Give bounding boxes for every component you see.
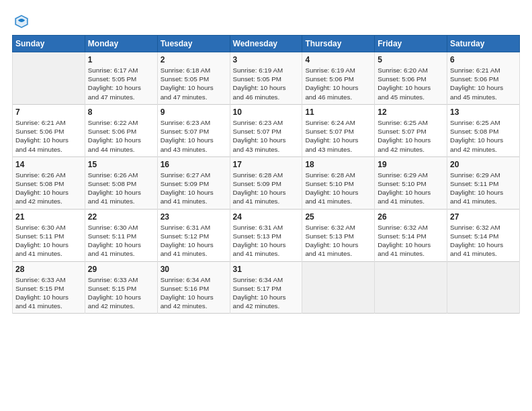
day-info: Sunrise: 6:19 AM Sunset: 5:05 PM Dayligh…: [233, 66, 300, 101]
week-row-5: 28Sunrise: 6:33 AM Sunset: 5:15 PM Dayli…: [13, 261, 520, 314]
day-cell: 28Sunrise: 6:33 AM Sunset: 5:15 PM Dayli…: [13, 261, 85, 314]
day-info: Sunrise: 6:30 AM Sunset: 5:11 PM Dayligh…: [88, 223, 154, 259]
day-number: 26: [378, 212, 444, 222]
day-cell: 18Sunrise: 6:28 AM Sunset: 5:10 PM Dayli…: [302, 156, 375, 209]
day-cell: [375, 261, 447, 314]
day-info: Sunrise: 6:34 AM Sunset: 5:17 PM Dayligh…: [233, 275, 300, 311]
day-info: Sunrise: 6:26 AM Sunset: 5:08 PM Dayligh…: [15, 171, 82, 206]
day-info: Sunrise: 6:25 AM Sunset: 5:08 PM Dayligh…: [450, 118, 517, 154]
day-number: 29: [88, 265, 154, 274]
day-info: Sunrise: 6:32 AM Sunset: 5:13 PM Dayligh…: [305, 223, 371, 259]
day-cell: 3Sunrise: 6:19 AM Sunset: 5:05 PM Daylig…: [230, 52, 302, 105]
week-row-4: 21Sunrise: 6:30 AM Sunset: 5:11 PM Dayli…: [13, 209, 520, 261]
day-info: Sunrise: 6:22 AM Sunset: 5:06 PM Dayligh…: [88, 118, 154, 154]
day-info: Sunrise: 6:34 AM Sunset: 5:16 PM Dayligh…: [161, 275, 227, 311]
day-cell: 12Sunrise: 6:25 AM Sunset: 5:07 PM Dayli…: [375, 104, 447, 156]
day-info: Sunrise: 6:17 AM Sunset: 5:05 PM Dayligh…: [88, 66, 154, 101]
day-info: Sunrise: 6:31 AM Sunset: 5:13 PM Dayligh…: [233, 223, 300, 259]
day-number: 21: [15, 212, 82, 222]
day-number: 7: [15, 107, 82, 117]
day-number: 31: [233, 265, 300, 274]
day-info: Sunrise: 6:18 AM Sunset: 5:05 PM Dayligh…: [161, 66, 227, 101]
day-cell: 20Sunrise: 6:29 AM Sunset: 5:11 PM Dayli…: [447, 156, 520, 209]
day-info: Sunrise: 6:29 AM Sunset: 5:10 PM Dayligh…: [378, 171, 444, 206]
day-cell: 10Sunrise: 6:23 AM Sunset: 5:07 PM Dayli…: [230, 104, 302, 156]
day-number: 27: [450, 212, 517, 222]
day-cell: 21Sunrise: 6:30 AM Sunset: 5:11 PM Dayli…: [13, 209, 85, 261]
header-cell-wednesday: Wednesday: [230, 36, 302, 52]
day-number: 11: [305, 107, 371, 117]
day-info: Sunrise: 6:20 AM Sunset: 5:06 PM Dayligh…: [378, 66, 444, 101]
day-number: 2: [161, 55, 227, 64]
logo: [12, 12, 34, 31]
day-number: 3: [233, 55, 300, 64]
day-info: Sunrise: 6:21 AM Sunset: 5:06 PM Dayligh…: [450, 66, 517, 101]
day-cell: 13Sunrise: 6:25 AM Sunset: 5:08 PM Dayli…: [447, 104, 520, 156]
header-cell-thursday: Thursday: [302, 36, 375, 52]
day-cell: 14Sunrise: 6:26 AM Sunset: 5:08 PM Dayli…: [13, 156, 85, 209]
header-cell-friday: Friday: [375, 36, 447, 52]
day-number: 25: [305, 212, 371, 222]
day-number: 17: [233, 160, 300, 169]
day-cell: 9Sunrise: 6:23 AM Sunset: 5:07 PM Daylig…: [157, 104, 230, 156]
day-number: 24: [233, 212, 300, 222]
day-cell: [447, 261, 520, 314]
day-cell: 5Sunrise: 6:20 AM Sunset: 5:06 PM Daylig…: [375, 52, 447, 105]
day-cell: 22Sunrise: 6:30 AM Sunset: 5:11 PM Dayli…: [85, 209, 157, 261]
header-cell-sunday: Sunday: [13, 36, 85, 52]
day-number: 12: [378, 107, 444, 117]
day-info: Sunrise: 6:31 AM Sunset: 5:12 PM Dayligh…: [161, 223, 227, 259]
day-info: Sunrise: 6:23 AM Sunset: 5:07 PM Dayligh…: [233, 118, 300, 154]
day-number: 22: [88, 212, 154, 222]
day-cell: 15Sunrise: 6:26 AM Sunset: 5:08 PM Dayli…: [85, 156, 157, 209]
header: [12, 12, 520, 31]
day-info: Sunrise: 6:23 AM Sunset: 5:07 PM Dayligh…: [161, 118, 227, 154]
day-number: 9: [161, 107, 227, 117]
header-cell-tuesday: Tuesday: [157, 36, 230, 52]
day-info: Sunrise: 6:21 AM Sunset: 5:06 PM Dayligh…: [15, 118, 82, 154]
day-number: 30: [161, 265, 227, 274]
calendar-page: SundayMondayTuesdayWednesdayThursdayFrid…: [0, 0, 532, 411]
day-number: 19: [378, 160, 444, 169]
day-number: 16: [161, 160, 227, 169]
day-cell: 23Sunrise: 6:31 AM Sunset: 5:12 PM Dayli…: [157, 209, 230, 261]
day-info: Sunrise: 6:33 AM Sunset: 5:15 PM Dayligh…: [88, 275, 154, 311]
day-cell: 6Sunrise: 6:21 AM Sunset: 5:06 PM Daylig…: [447, 52, 520, 105]
calendar-body: 1Sunrise: 6:17 AM Sunset: 5:05 PM Daylig…: [13, 52, 520, 314]
day-cell: 26Sunrise: 6:32 AM Sunset: 5:14 PM Dayli…: [375, 209, 447, 261]
day-cell: 17Sunrise: 6:28 AM Sunset: 5:09 PM Dayli…: [230, 156, 302, 209]
day-number: 28: [15, 265, 82, 274]
day-info: Sunrise: 6:25 AM Sunset: 5:07 PM Dayligh…: [378, 118, 444, 154]
day-number: 5: [378, 55, 444, 64]
header-cell-monday: Monday: [85, 36, 157, 52]
day-number: 20: [450, 160, 517, 169]
day-info: Sunrise: 6:26 AM Sunset: 5:08 PM Dayligh…: [88, 171, 154, 206]
week-row-1: 1Sunrise: 6:17 AM Sunset: 5:05 PM Daylig…: [13, 52, 520, 105]
day-info: Sunrise: 6:28 AM Sunset: 5:10 PM Dayligh…: [305, 171, 371, 206]
header-row: SundayMondayTuesdayWednesdayThursdayFrid…: [13, 36, 520, 52]
day-number: 10: [233, 107, 300, 117]
calendar-header: SundayMondayTuesdayWednesdayThursdayFrid…: [13, 36, 520, 52]
calendar-table: SundayMondayTuesdayWednesdayThursdayFrid…: [12, 35, 520, 314]
day-info: Sunrise: 6:32 AM Sunset: 5:14 PM Dayligh…: [450, 223, 517, 259]
day-cell: 29Sunrise: 6:33 AM Sunset: 5:15 PM Dayli…: [85, 261, 157, 314]
day-cell: 19Sunrise: 6:29 AM Sunset: 5:10 PM Dayli…: [375, 156, 447, 209]
day-cell: 31Sunrise: 6:34 AM Sunset: 5:17 PM Dayli…: [230, 261, 302, 314]
day-cell: [302, 261, 375, 314]
day-number: 1: [88, 55, 154, 64]
week-row-3: 14Sunrise: 6:26 AM Sunset: 5:08 PM Dayli…: [13, 156, 520, 209]
day-cell: 2Sunrise: 6:18 AM Sunset: 5:05 PM Daylig…: [157, 52, 230, 105]
day-info: Sunrise: 6:28 AM Sunset: 5:09 PM Dayligh…: [233, 171, 300, 206]
day-number: 23: [161, 212, 227, 222]
day-cell: 24Sunrise: 6:31 AM Sunset: 5:13 PM Dayli…: [230, 209, 302, 261]
day-info: Sunrise: 6:33 AM Sunset: 5:15 PM Dayligh…: [15, 275, 82, 311]
day-info: Sunrise: 6:24 AM Sunset: 5:07 PM Dayligh…: [305, 118, 371, 154]
logo-icon: [12, 12, 31, 31]
day-number: 18: [305, 160, 371, 169]
day-number: 4: [305, 55, 371, 64]
day-number: 15: [88, 160, 154, 169]
day-cell: 7Sunrise: 6:21 AM Sunset: 5:06 PM Daylig…: [13, 104, 85, 156]
header-cell-saturday: Saturday: [447, 36, 520, 52]
day-cell: 8Sunrise: 6:22 AM Sunset: 5:06 PM Daylig…: [85, 104, 157, 156]
day-number: 8: [88, 107, 154, 117]
